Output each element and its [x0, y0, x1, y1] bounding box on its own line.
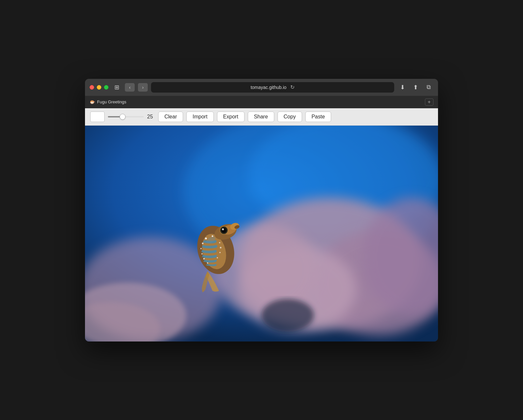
- svg-point-30: [222, 228, 224, 230]
- download-button[interactable]: ⬇: [397, 83, 407, 92]
- maximize-button[interactable]: [104, 85, 109, 90]
- drawing-canvas[interactable]: [85, 126, 438, 341]
- svg-point-13: [212, 235, 213, 237]
- import-button[interactable]: Import: [186, 112, 213, 122]
- sidebar-toggle-button[interactable]: ⊞: [112, 83, 122, 92]
- active-tab[interactable]: 🐡 Fugu Greetings: [90, 99, 127, 105]
- svg-point-20: [219, 252, 221, 253]
- tab-emoji: 🐡: [90, 99, 95, 105]
- tab-title: Fugu Greetings: [97, 99, 127, 104]
- copy-button[interactable]: Copy: [278, 112, 302, 122]
- close-button[interactable]: [90, 85, 94, 90]
- new-tab-button[interactable]: +: [425, 98, 433, 106]
- export-button[interactable]: Export: [217, 112, 245, 122]
- sidebar-icon: ⊞: [114, 84, 119, 91]
- forward-button[interactable]: ›: [138, 83, 148, 92]
- app-toolbar: 25 Clear Import Export Share Copy Paste: [85, 108, 438, 126]
- brush-size-slider[interactable]: [108, 116, 144, 117]
- svg-point-17: [200, 248, 202, 249]
- share-button[interactable]: ⬆: [411, 83, 420, 92]
- reload-button[interactable]: ↻: [290, 84, 295, 90]
- svg-point-29: [221, 228, 227, 233]
- color-picker[interactable]: [90, 112, 105, 122]
- svg-point-22: [217, 257, 218, 258]
- paste-button[interactable]: Paste: [305, 112, 331, 122]
- svg-point-16: [219, 242, 220, 243]
- svg-point-9: [262, 299, 314, 332]
- canvas-area[interactable]: [85, 126, 438, 341]
- download-icon: ⬇: [400, 84, 405, 91]
- tabs-button[interactable]: ⧉: [424, 83, 433, 92]
- minimize-button[interactable]: [97, 85, 101, 90]
- title-bar: ⊞ ‹ › tomayac.github.io ↻ ⬇ ⬆ ⧉: [85, 79, 438, 96]
- back-icon: ‹: [129, 85, 131, 90]
- svg-point-15: [202, 242, 204, 244]
- brush-size-value: 25: [147, 114, 155, 120]
- tabs-icon: ⧉: [427, 84, 431, 91]
- clear-button[interactable]: Clear: [158, 112, 183, 122]
- browser-window: ⊞ ‹ › tomayac.github.io ↻ ⬇ ⬆ ⧉: [85, 79, 438, 341]
- traffic-lights: [90, 85, 109, 90]
- address-bar[interactable]: tomayac.github.io ↻: [151, 82, 394, 93]
- forward-icon: ›: [142, 85, 144, 90]
- share-icon: ⬆: [413, 84, 418, 91]
- svg-point-18: [220, 247, 222, 248]
- url-text: tomayac.github.io: [251, 85, 287, 90]
- svg-point-23: [207, 262, 208, 264]
- svg-point-19: [201, 253, 203, 254]
- reload-icon: ↻: [290, 84, 295, 90]
- tab-bar: 🐡 Fugu Greetings +: [85, 96, 438, 108]
- svg-point-21: [203, 258, 205, 259]
- browser-actions: ⬇ ⬆ ⧉: [397, 83, 433, 92]
- share-drawing-button[interactable]: Share: [248, 112, 274, 122]
- back-button[interactable]: ‹: [125, 83, 135, 92]
- svg-point-12: [205, 237, 207, 239]
